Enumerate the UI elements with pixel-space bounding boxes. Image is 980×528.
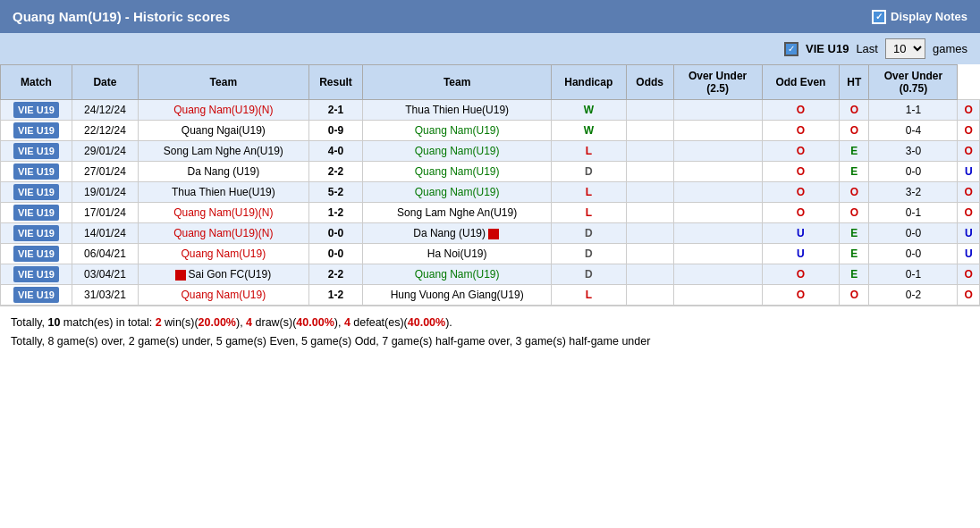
date-cell: 31/03/21 [72, 285, 138, 306]
league-cell: VIE U19 [1, 203, 72, 223]
col-odd-even: Odd Even [762, 65, 840, 100]
team2-name: Quang Nam(U19) [415, 186, 500, 198]
summary-defeats-label: defeat(es)( [351, 316, 408, 329]
odds-cell [673, 121, 762, 141]
wdl-cell: L [551, 141, 626, 162]
table-row: VIE U1922/12/24Quang Ngai(U19)0-9Quang N… [1, 121, 980, 141]
league-checkbox[interactable]: ✓ [784, 42, 798, 56]
team1-cell: Song Lam Nghe An(U19) [139, 141, 309, 162]
team1-cell: Da Nang (U19) [139, 162, 309, 182]
col-team2: Team [363, 65, 551, 100]
wdl-cell: D [551, 162, 626, 182]
team1-name: Quang Ngai(U19) [182, 124, 266, 137]
result-cell: 2-2 [308, 264, 363, 285]
team1-name: Quang Nam(U19) [181, 247, 266, 260]
result-cell: 0-0 [308, 244, 363, 264]
col-team1: Team [139, 65, 309, 100]
ht-cell: 3-2 [869, 182, 958, 203]
odd-even-cell: O [840, 285, 869, 306]
over-under-cell: O [762, 121, 840, 141]
summary-draws: 4 [246, 316, 252, 329]
summary-total: 10 [47, 316, 60, 329]
summary-mid: match(es) in total: [60, 316, 155, 329]
odds-cell [673, 223, 762, 244]
team1-cell: Quang Nam(U19)(N) [139, 203, 309, 223]
summary-defeats-pct: 40.00% [408, 316, 445, 329]
summary-draws-end: ), [334, 316, 344, 329]
over-under-cell: U [762, 223, 840, 244]
table-row: VIE U1929/01/24Song Lam Nghe An(U19)4-0Q… [1, 141, 980, 162]
games-select[interactable]: 10 5 15 20 25 30 [885, 38, 925, 59]
date-cell: 06/04/21 [72, 244, 138, 264]
col-ht-over-under: Over Under(0.75) [869, 65, 958, 100]
team2-cell: Thua Thien Hue(U19) [363, 100, 551, 121]
league-cell: VIE U19 [1, 182, 72, 203]
table-row: VIE U1919/01/24Thua Thien Hue(U19)5-2Qua… [1, 182, 980, 203]
team2-name: Da Nang (U19) [413, 227, 486, 239]
league-cell: VIE U19 [1, 244, 72, 264]
odd-even-cell: E [840, 141, 869, 162]
filter-bar: ✓ VIE U19 Last 10 5 15 20 25 30 games [0, 33, 980, 64]
handicap-cell [626, 244, 673, 264]
summary-wins-label: win(s)( [162, 316, 199, 329]
odds-cell [673, 182, 762, 203]
red-card-icon [488, 229, 499, 239]
odd-even-cell: O [840, 203, 869, 223]
over-under-cell: O [762, 285, 840, 306]
ht-over-under-cell: O [958, 203, 980, 223]
table-row: VIE U1917/01/24Quang Nam(U19)(N)1-2Song … [1, 203, 980, 223]
league-cell: VIE U19 [1, 264, 72, 285]
date-cell: 19/01/24 [72, 182, 138, 203]
ht-cell: 0-1 [869, 203, 958, 223]
ht-cell: 0-0 [869, 244, 958, 264]
result-cell: 0-9 [308, 121, 363, 141]
team1-cell: Quang Nam(U19) [139, 285, 309, 306]
team1-name: Quang Nam(U19)(N) [173, 227, 273, 239]
table-row: VIE U1927/01/24Da Nang (U19)2-2Quang Nam… [1, 162, 980, 182]
team1-cell: Quang Nam(U19)(N) [139, 223, 309, 244]
ht-over-under-cell: O [958, 182, 980, 203]
ht-over-under-cell: O [958, 141, 980, 162]
team2-name: Hung Vuong An Giang(U19) [391, 289, 524, 301]
over-under-cell: O [762, 162, 840, 182]
summary-defeats-end: ). [445, 316, 452, 329]
summary-totally: Totally, [11, 316, 47, 329]
team2-name: Quang Nam(U19) [415, 268, 500, 281]
date-cell: 14/01/24 [72, 223, 138, 244]
odd-even-cell: O [840, 121, 869, 141]
summary-draws-pct: 40.00% [296, 316, 334, 329]
table-header-row: Match Date Team Result Team Handicap Odd… [1, 65, 980, 100]
league-cell: VIE U19 [1, 121, 72, 141]
league-cell: VIE U19 [1, 100, 72, 121]
display-notes-checkbox[interactable]: ✓ [872, 10, 886, 24]
handicap-cell [626, 141, 673, 162]
wdl-cell: W [551, 121, 626, 141]
col-date: Date [72, 65, 138, 100]
over-under-cell: O [762, 264, 840, 285]
odds-cell [673, 141, 762, 162]
col-over-under: Over Under(2.5) [673, 65, 762, 100]
wdl-cell: D [551, 223, 626, 244]
handicap-cell [626, 162, 673, 182]
team2-cell: Quang Nam(U19) [363, 182, 551, 203]
summary-defeats: 4 [344, 316, 351, 329]
display-notes-toggle[interactable]: ✓ Display Notes [872, 10, 967, 24]
summary-line1: Totally, 10 match(es) in total: 2 win(s)… [11, 314, 969, 332]
ht-cell: 0-0 [869, 162, 958, 182]
summary-wins-pct: 20.00% [199, 316, 236, 329]
last-label: Last [856, 42, 878, 55]
league-cell: VIE U19 [1, 223, 72, 244]
team2-name: Quang Nam(U19) [415, 165, 500, 178]
summary-wins: 2 [156, 316, 162, 329]
wdl-cell: L [551, 182, 626, 203]
date-cell: 24/12/24 [72, 100, 138, 121]
table-row: VIE U1931/03/21Quang Nam(U19)1-2Hung Vuo… [1, 285, 980, 306]
over-under-cell: U [762, 244, 840, 264]
team2-cell: Quang Nam(U19) [363, 141, 551, 162]
team2-name: Song Lam Nghe An(U19) [397, 206, 517, 219]
team1-name: Quang Nam(U19)(N) [173, 206, 273, 219]
ht-cell: 0-2 [869, 285, 958, 306]
team2-name: Quang Nam(U19) [415, 145, 500, 157]
team2-name: Thua Thien Hue(U19) [405, 104, 509, 116]
result-cell: 2-1 [308, 100, 363, 121]
